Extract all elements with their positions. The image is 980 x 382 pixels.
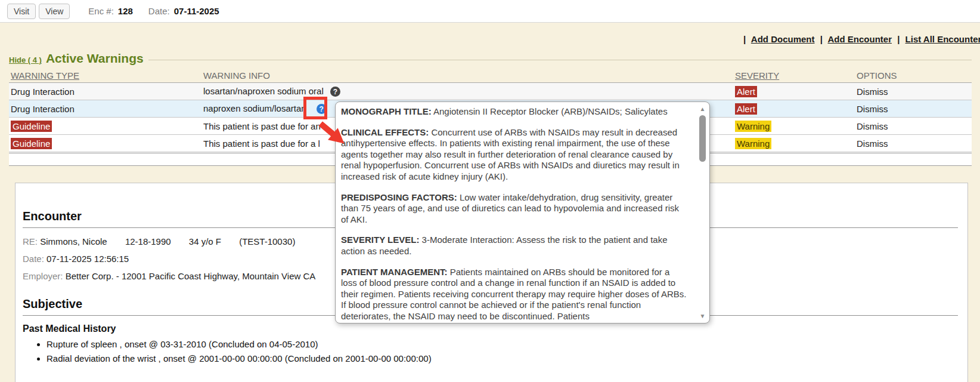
scroll-up-icon[interactable]: ▲	[698, 106, 707, 113]
severity-badge: Warning	[735, 121, 771, 132]
predisposing-factors-section: PREDISPOSING FACTORS: Low water intake/d…	[341, 192, 688, 226]
patient-dob: 12-18-1990	[125, 236, 171, 247]
popup-scrollbar[interactable]: ▲ ▼	[698, 106, 707, 320]
column-severity[interactable]: SEVERITY	[733, 70, 855, 81]
scroll-down-icon[interactable]: ▼	[698, 313, 707, 320]
warning-type: Drug Interaction	[9, 87, 201, 97]
severity-badge: Alert	[735, 86, 757, 97]
patient-management-section: PATIENT MANAGEMENT: Patients maintained …	[341, 267, 688, 322]
encounter-number-value: 128	[118, 6, 133, 16]
dismiss-link[interactable]: Dismiss	[857, 138, 888, 149]
add-document-link[interactable]: Add Document	[751, 34, 815, 44]
severity-level-section: SEVERITY LEVEL: 3-Moderate Interaction: …	[341, 235, 688, 257]
warning-info: naproxen sodium/losartan	[203, 103, 306, 113]
past-medical-history-title: Past Medical History	[23, 324, 958, 334]
active-warnings-title: Active Warnings	[46, 51, 144, 66]
dismiss-link[interactable]: Dismiss	[857, 87, 888, 97]
patient-age-sex: 34 y/o F	[189, 236, 221, 247]
scrollbar-thumb[interactable]	[699, 115, 706, 162]
link-separator: |	[897, 34, 900, 44]
list-item: Radial deviation of the wrist , onset @ …	[46, 353, 958, 363]
past-medical-history-list: Rupture of spleen , onset @ 03-31-2010 (…	[23, 339, 958, 363]
guideline-badge: Guideline	[11, 138, 52, 149]
hide-warnings-link[interactable]: Hide ( 4 )	[9, 56, 42, 64]
warning-type: Drug Interaction	[9, 104, 201, 114]
encounter-date-value: 07-11-2025	[174, 6, 219, 16]
warning-row-drug-interaction-1: Drug Interaction losartan/naproxen sodiu…	[9, 83, 972, 100]
re-label: RE:	[23, 236, 38, 247]
date-label: Date:	[23, 254, 44, 264]
patient-id: (TEST-10030)	[239, 236, 295, 247]
drug-monograph-popup: MONOGRAPH TITLE: Angiotensin II Receptor…	[335, 101, 710, 324]
date-value: 07-11-2025 12:56:15	[46, 254, 129, 264]
active-warnings-header: Hide ( 4 ) Active Warnings	[9, 51, 972, 66]
link-separator: |	[820, 34, 823, 44]
top-toolbar: Visit View Enc #: 128 Date: 07-11-2025	[0, 0, 980, 23]
column-warning-type[interactable]: WARNING TYPE	[9, 70, 201, 81]
view-button[interactable]: View	[39, 4, 70, 19]
employer-label: Employer:	[23, 271, 63, 281]
list-all-encounters-link[interactable]: List All Encounters	[905, 34, 980, 44]
clinical-effects-section: CLINICAL EFFECTS: Concurrent use of ARBs…	[341, 127, 688, 183]
header-links: | Add Document | Add Encounter | List Al…	[740, 34, 980, 44]
dismiss-link[interactable]: Dismiss	[857, 104, 888, 114]
encounter-number-label: Enc #:	[88, 6, 114, 16]
title-rule-divider	[148, 60, 972, 60]
patient-name: Simmons, Nicole	[40, 236, 107, 247]
monograph-title-section: MONOGRAPH TITLE: Angiotensin II Receptor…	[341, 106, 688, 118]
annotation-highlight-box	[303, 97, 327, 119]
guideline-badge: Guideline	[11, 121, 52, 132]
visit-button[interactable]: Visit	[7, 4, 36, 19]
warning-info: losartan/naproxen sodium oral	[203, 86, 324, 96]
employer-value: Better Corp. - 12001 Pacific Coast Highw…	[66, 271, 316, 281]
warnings-table-header: WARNING TYPE WARNING INFO SEVERITY OPTIO…	[9, 68, 972, 83]
encounter-date-label: Date:	[148, 6, 170, 16]
list-item: Rupture of spleen , onset @ 03-31-2010 (…	[46, 339, 958, 349]
severity-badge: Alert	[735, 103, 757, 115]
dismiss-link[interactable]: Dismiss	[857, 121, 888, 131]
link-separator: |	[743, 34, 746, 44]
column-options: OPTIONS	[855, 70, 972, 81]
column-warning-info: WARNING INFO	[201, 70, 733, 81]
severity-badge: Warning	[735, 138, 771, 149]
add-encounter-link[interactable]: Add Encounter	[828, 34, 892, 44]
help-icon[interactable]: ?	[330, 87, 340, 97]
